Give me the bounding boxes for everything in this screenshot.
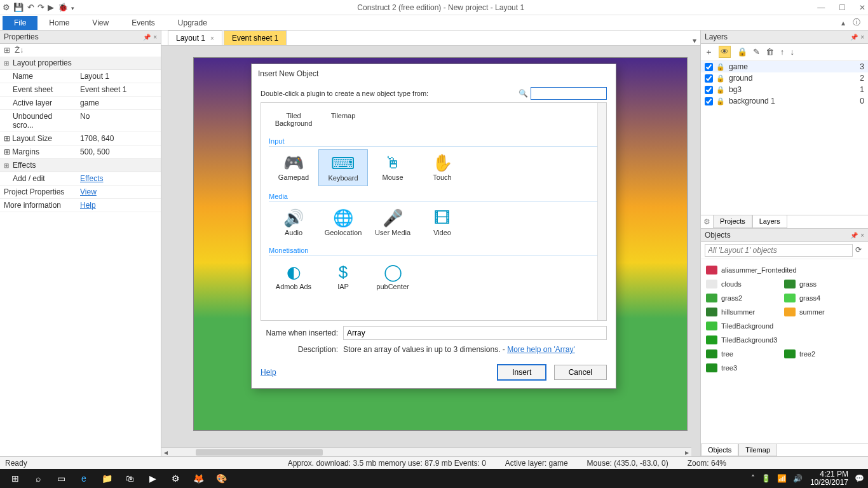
- prop-value[interactable]: 1708, 640: [76, 132, 161, 145]
- help-link[interactable]: Help: [76, 199, 161, 212]
- taskbar-clock[interactable]: 4:21 PM 10/29/2017: [810, 470, 848, 487]
- effects-section[interactable]: Effects: [0, 159, 161, 172]
- prop-value[interactable]: game: [76, 97, 161, 109]
- panel-close-icon[interactable]: ×: [153, 34, 157, 41]
- home-tab[interactable]: Home: [37, 16, 81, 30]
- ribbon-collapse-icon[interactable]: ▴: [841, 18, 845, 27]
- object-item[interactable]: clouds: [705, 277, 783, 291]
- layer-visibility-checkbox[interactable]: [705, 97, 713, 105]
- projects-tab[interactable]: Projects: [713, 215, 752, 228]
- minimize-icon[interactable]: —: [817, 3, 825, 12]
- objects-tab[interactable]: Objects: [701, 444, 738, 456]
- edge-icon[interactable]: e: [72, 469, 95, 488]
- objects-refresh-icon[interactable]: ⟳: [853, 244, 864, 257]
- horizontal-scrollbar[interactable]: ◂ ▸: [161, 447, 691, 456]
- start-icon[interactable]: ⊞: [4, 469, 27, 488]
- object-item[interactable]: grass4: [783, 291, 861, 305]
- layer-visibility-icon[interactable]: 👁: [719, 46, 731, 58]
- lock-icon[interactable]: 🔒: [716, 97, 725, 105]
- layer-row[interactable]: 🔒background 10: [701, 95, 868, 107]
- plugin-item[interactable]: ◯pubCenter: [368, 259, 417, 294]
- plugin-item[interactable]: 🎞Video: [417, 205, 467, 240]
- tray-volume-icon[interactable]: 🔊: [793, 474, 803, 483]
- layers-tab[interactable]: Layers: [752, 215, 787, 228]
- props-collapse-icon[interactable]: ⊞: [4, 46, 10, 55]
- tab-layout1[interactable]: Layout 1 ×: [168, 30, 222, 45]
- layer-add-icon[interactable]: ＋: [705, 47, 713, 57]
- task-view-icon[interactable]: ▭: [50, 469, 72, 488]
- plugin-item[interactable]: ⌨Keyboard: [318, 149, 368, 186]
- prop-value[interactable]: Event sheet 1: [76, 83, 161, 96]
- tab-close-icon[interactable]: ×: [210, 35, 214, 42]
- vertical-scrollbar[interactable]: [597, 103, 606, 320]
- object-item[interactable]: summer: [783, 305, 861, 319]
- layer-down-icon[interactable]: ↓: [790, 47, 795, 57]
- close-icon[interactable]: ✕: [859, 3, 865, 12]
- cortana-search-icon[interactable]: ⌕: [27, 469, 50, 488]
- layer-up-icon[interactable]: ↑: [780, 47, 785, 57]
- plugin-item[interactable]: 🔊Audio: [269, 205, 318, 240]
- tray-chevron-icon[interactable]: ˄: [751, 474, 755, 483]
- tabs-overflow-icon[interactable]: ▾: [693, 36, 696, 45]
- cog-icon[interactable]: ⚙: [701, 215, 713, 228]
- prop-value[interactable]: 500, 500: [76, 146, 161, 158]
- upgrade-tab[interactable]: Upgrade: [166, 16, 219, 30]
- plugin-list[interactable]: Tiled BackgroundTilemap Input🎮Gamepad⌨Ke…: [261, 102, 607, 321]
- effects-link[interactable]: Effects: [76, 172, 161, 185]
- maximize-icon[interactable]: ☐: [839, 3, 846, 12]
- plugin-item[interactable]: ✋Touch: [417, 149, 467, 186]
- props-sort-icon[interactable]: Ẑ↓: [15, 46, 24, 55]
- run-icon[interactable]: ▶: [48, 3, 54, 12]
- cancel-button[interactable]: Cancel: [554, 365, 607, 380]
- undo-icon[interactable]: ↶: [27, 3, 34, 12]
- view-tab[interactable]: View: [81, 16, 120, 30]
- object-item[interactable]: hillsummer: [705, 305, 783, 319]
- plugin-item[interactable]: 🖱Mouse: [368, 149, 417, 186]
- more-help-link[interactable]: More help on 'Array': [507, 345, 575, 354]
- qat-dropdown-icon[interactable]: ▾: [71, 5, 74, 11]
- layer-edit-icon[interactable]: ✎: [753, 47, 760, 57]
- layer-delete-icon[interactable]: 🗑: [766, 47, 774, 57]
- plugin-item[interactable]: 🌐Geolocation: [318, 205, 368, 240]
- lock-icon[interactable]: 🔒: [716, 63, 725, 71]
- prop-value[interactable]: Layout 1: [76, 70, 161, 83]
- tray-battery-icon[interactable]: 🔋: [761, 474, 771, 483]
- panel-close-icon[interactable]: ×: [860, 232, 864, 239]
- dialog-help-link[interactable]: Help: [261, 368, 276, 377]
- object-item[interactable]: TiledBackground3: [705, 333, 864, 347]
- plugin-item[interactable]: 🎮Gamepad: [269, 149, 318, 186]
- plugin-item[interactable]: Tiled Background: [269, 107, 318, 131]
- layer-row[interactable]: 🔒bg31: [701, 84, 868, 95]
- tilemap-tab[interactable]: Tilemap: [738, 444, 777, 456]
- paint-icon[interactable]: 🎨: [210, 469, 233, 488]
- events-tab[interactable]: Events: [120, 16, 166, 30]
- file-explorer-icon[interactable]: 📁: [95, 469, 118, 488]
- tray-wifi-icon[interactable]: 📶: [777, 474, 787, 483]
- view-link[interactable]: View: [76, 186, 161, 198]
- object-item[interactable]: tree3: [705, 361, 783, 375]
- pin-icon[interactable]: 📌: [850, 34, 858, 41]
- plugin-search-input[interactable]: [531, 87, 607, 100]
- debug-icon[interactable]: 🐞: [58, 3, 68, 12]
- object-item[interactable]: tree2: [783, 347, 861, 361]
- store-icon[interactable]: 🛍: [118, 469, 141, 488]
- ribbon-help-icon[interactable]: ⓘ: [853, 17, 860, 28]
- redo-icon[interactable]: ↷: [37, 3, 44, 12]
- plugin-item[interactable]: $IAP: [318, 259, 368, 294]
- file-tab[interactable]: File: [3, 16, 37, 30]
- plugin-item[interactable]: ◐Admob Ads: [269, 259, 318, 294]
- lock-icon[interactable]: 🔒: [716, 74, 725, 83]
- prop-value[interactable]: No: [76, 110, 161, 132]
- object-item[interactable]: grass2: [705, 291, 783, 305]
- layer-lock-icon[interactable]: 🔒: [737, 47, 747, 57]
- firefox-icon[interactable]: 🦊: [187, 469, 210, 488]
- layer-row[interactable]: 🔒ground2: [701, 72, 868, 84]
- pin-icon[interactable]: 📌: [143, 34, 151, 41]
- insert-button[interactable]: Insert: [497, 364, 546, 381]
- save-icon[interactable]: 💾: [13, 3, 24, 12]
- settings-icon[interactable]: ⚙: [164, 469, 187, 488]
- layer-visibility-checkbox[interactable]: [705, 63, 713, 71]
- object-item[interactable]: grass: [783, 277, 861, 291]
- layer-visibility-checkbox[interactable]: [705, 86, 713, 94]
- object-item[interactable]: TiledBackground: [705, 319, 864, 333]
